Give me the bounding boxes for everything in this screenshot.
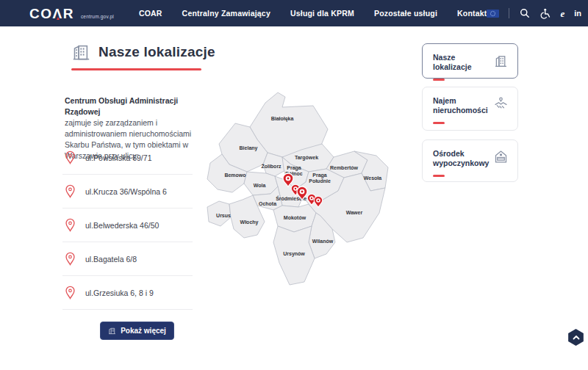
location-row-krucza[interactable]: ul.Krucza 36/Wspólna 6 [62,175,193,208]
logo-red-dot [57,17,60,20]
page-title: Nasze lokalizacje [98,44,215,60]
location-pin-icon [65,150,76,164]
location-label: ul.Krucza 36/Wspólna 6 [85,187,167,196]
chevron-up-icon [573,335,580,340]
page-heading: Nasze lokalizacje [71,42,215,70]
logo-text: COΛR [29,7,74,21]
coar-logo[interactable]: COΛR centrum.gov.pl [29,7,114,21]
nav-item-centralny-zamawiajacy[interactable]: Centralny Zamawiający [182,9,270,18]
location-row-bagatela[interactable]: ul.Bagatela 6/8 [62,242,193,276]
location-row-powsinska[interactable]: ul.Powsińska 69/71 [62,141,193,175]
navbar-icons: e in f [487,8,588,19]
nav-item-uslugi-dla-kprm[interactable]: Usługi dla KPRM [290,9,354,18]
title-red-underline [71,68,201,70]
search-icon[interactable] [519,8,530,19]
location-pin-icon [65,286,76,300]
card-label: Ośrodek wypoczynkowy [433,149,490,168]
nav-item-pozostale-uslugi[interactable]: Pozostałe usługi [374,9,437,18]
intro-lead: Centrum Obsługi Administracji Rządowej [65,95,206,117]
location-row-grzesiuka[interactable]: ul.Grzesiuka 6, 8 i 9 [62,276,193,310]
logo-domain: centrum.gov.pl [81,14,114,19]
scroll-to-top-button[interactable] [567,329,584,346]
epuap-icon[interactable]: e [560,9,564,18]
show-more-button[interactable]: Pokaż więcej [100,322,174,340]
sidebar-card-nasze-lokalizacje[interactable]: Nasze lokalizacje [422,43,518,79]
map-pin[interactable] [297,186,307,200]
nav-item-kontakt[interactable]: Kontakt [457,9,487,18]
location-label: ul.Belwederska 46/50 [85,221,159,230]
card-red-dash [433,122,445,124]
handshake-key-icon [493,96,509,112]
card-red-dash [433,79,445,81]
card-red-dash [433,175,445,177]
top-navbar: COΛR centrum.gov.pl COAR Centralny Zamaw… [0,0,588,26]
locations-list: ul.Powsińska 69/71 ul.Krucza 36/Wspólna … [62,141,193,310]
eu-stars [490,10,496,17]
eu-flag-icon[interactable] [487,10,499,18]
linkedin-icon[interactable]: in [574,10,581,18]
warsaw-district-map: Białołęka Bielany Targówek Żoliborz Prag… [204,87,417,303]
location-pin-icon [65,184,76,198]
sidebar-card-osrodek-wypoczynkowy[interactable]: Ośrodek wypoczynkowy [422,139,518,182]
lodge-icon [493,149,509,164]
location-label: ul.Grzesiuka 6, 8 i 9 [85,289,154,297]
map-pin[interactable] [314,196,323,207]
location-pin-icon [65,252,76,266]
location-row-belwederska[interactable]: ul.Belwederska 46/50 [62,208,193,242]
accessibility-wheelchair-icon[interactable] [539,8,551,19]
building-icon [493,53,509,68]
location-label: ul.Bagatela 6/8 [85,255,137,264]
map-pin[interactable] [283,173,293,186]
building-icon [108,327,116,335]
main-nav: COAR Centralny Zamawiający Usługi dla KP… [139,9,487,18]
show-more-label: Pokaż więcej [121,327,166,335]
card-label: Najem nieruchomości [433,96,490,115]
location-pin-icon [65,218,76,232]
sidebar-card-najem-nieruchomosci[interactable]: Najem nieruchomości [422,87,518,131]
buildings-icon [71,42,91,62]
nav-item-coar[interactable]: COAR [139,9,162,18]
card-label: Nasze lokalizacje [433,53,490,72]
navbar-divider [509,8,509,18]
map-pin-overlay [204,87,417,303]
location-label: ul.Powsińska 69/71 [85,153,151,162]
